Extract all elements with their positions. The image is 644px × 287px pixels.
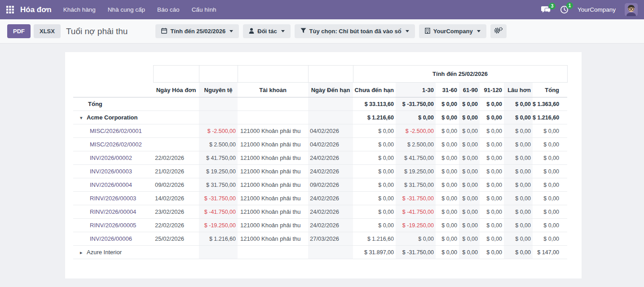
amount-cell: $ 0,00 xyxy=(459,124,480,138)
column-header-row: Ngày Hóa đơnNguyên tệTài khoảnNgày Đến h… xyxy=(73,83,567,97)
amount-cell: $ 0,00 xyxy=(436,192,459,205)
due-date-cell: 27/03/2026 xyxy=(308,232,353,246)
amount-cell: $ 0,00 xyxy=(504,246,533,259)
main-menu: Khách hàngNhà cung cấpBáo cáoCấu hình xyxy=(63,6,216,13)
move-line-row: RINV/2026/0000314/02/2026$ -31.750,00121… xyxy=(73,192,567,205)
amount-cell: $ 0,00 xyxy=(436,246,459,259)
amount-cell: $ 0,00 xyxy=(436,219,459,232)
amount-cell: $ 0,00 xyxy=(480,192,504,205)
filter-bar: Tính đến 25/02/2026 Đối tác Tùy chọn: Ch… xyxy=(155,24,506,38)
journal-entry-link[interactable]: MISC/2026/02/0001 xyxy=(90,128,142,134)
amount-cell: $ 0,00 xyxy=(436,178,459,192)
amount-cell: $ 2.500,00 xyxy=(396,138,436,151)
amount-cell: $ 0,00 xyxy=(480,219,504,232)
amount-cell: $ 1.363,60 xyxy=(533,97,567,111)
due-date-cell: 24/02/2026 xyxy=(308,165,353,178)
partner-name[interactable]: Azure Interior xyxy=(87,249,122,256)
account-cell: 121000 Khoản phải thu xyxy=(238,219,308,232)
app-name[interactable]: Hóa đơn xyxy=(20,5,52,14)
amount-cell: $ 0,00 xyxy=(436,165,459,178)
apps-grid-icon[interactable] xyxy=(6,6,14,13)
column-header-3: Nguyên tệ xyxy=(199,83,238,97)
company-switcher[interactable]: YourCompany xyxy=(578,6,616,13)
export-xlsx-button[interactable]: XLSX xyxy=(34,24,61,38)
extra-options-button[interactable] xyxy=(490,24,507,38)
amount-cell: $ 0,00 xyxy=(480,138,504,151)
caret-right-icon[interactable]: ▸ xyxy=(80,250,84,256)
amount-cell: $ 0,00 xyxy=(480,124,504,138)
move-line-row: INV/2026/0000625/02/2026$ 1.216,60121000… xyxy=(73,232,567,246)
amount-cell: $ 0,00 xyxy=(480,178,504,192)
amount-cell: $ -19.250,00 xyxy=(396,219,436,232)
chevron-down-icon xyxy=(281,30,285,32)
invoice-date-cell xyxy=(153,97,199,111)
export-pdf-button[interactable]: PDF xyxy=(7,24,31,38)
building-icon xyxy=(425,28,430,35)
amount-cell: $ 0,00 xyxy=(459,111,480,124)
nav-item-3[interactable]: Cấu hình xyxy=(192,6,216,13)
amount-cell: $ 0,00 xyxy=(353,192,396,205)
journal-entry-link[interactable]: MISC/2026/02/0002 xyxy=(90,141,142,148)
options-filter-button[interactable]: Tùy chọn: Chỉ bút toán đã vào sổ xyxy=(295,24,415,38)
amount-cell: $ 0,00 xyxy=(504,178,533,192)
activities-badge: 1 xyxy=(566,2,573,9)
nav-item-1[interactable]: Nhà cung cấp xyxy=(108,6,145,13)
amount-cell: $ 0,00 xyxy=(353,124,396,138)
activities-clock-icon[interactable]: 1 xyxy=(560,5,569,14)
partner-name[interactable]: Acme Corporation xyxy=(87,114,137,121)
amount-cell: $ 1.216,60 xyxy=(353,111,396,124)
due-date-cell: 24/02/2026 xyxy=(308,219,353,232)
journal-entry-link[interactable]: INV/2026/00003 xyxy=(90,168,132,175)
user-avatar[interactable] xyxy=(625,3,638,16)
journal-entry-link[interactable]: RINV/2026/00004 xyxy=(90,208,136,215)
amount-cell: $ 0,00 xyxy=(353,205,396,219)
journal-entry-link[interactable]: RINV/2026/00005 xyxy=(90,222,136,229)
amount-cell: $ 0,00 xyxy=(533,138,567,151)
amount-cell: $ 0,00 xyxy=(533,192,567,205)
move-line-row: RINV/2026/0000423/02/2026$ -41.750,00121… xyxy=(73,205,567,219)
top-navbar: Hóa đơn Khách hàngNhà cung cấpBáo cáoCấu… xyxy=(0,0,644,19)
journal-entry-link[interactable]: INV/2026/00002 xyxy=(90,155,132,161)
amount-cell: $ -31.750,00 xyxy=(396,97,436,111)
invoice-date-cell: 21/02/2026 xyxy=(153,165,199,178)
account-cell xyxy=(238,246,308,259)
company-filter-button[interactable]: YourCompany xyxy=(419,24,486,38)
due-date-cell: 24/02/2026 xyxy=(308,192,353,205)
journal-entry-link[interactable]: INV/2026/00004 xyxy=(90,181,132,188)
total-row: Tổng$ 33.113,60$ -31.750,00$ 0,00$ 0,00$… xyxy=(73,97,567,111)
currency-amount-cell: $ -41.750,00 xyxy=(199,205,238,219)
currency-amount-cell: $ -2.500,00 xyxy=(199,124,238,138)
period-header: Tính đến 25/02/2026 xyxy=(353,66,567,83)
nav-item-2[interactable]: Báo cáo xyxy=(157,6,180,13)
amount-cell: $ 0,00 xyxy=(353,151,396,165)
partner-filter-button[interactable]: Đối tác xyxy=(243,24,290,38)
invoice-date-cell xyxy=(153,246,199,259)
amount-cell: $ 0,00 xyxy=(480,232,504,246)
invoice-date-cell: 25/02/2026 xyxy=(153,232,199,246)
systray: 3 1 YourCompany xyxy=(541,3,638,16)
journal-entry-link[interactable]: RINV/2026/00003 xyxy=(90,195,136,202)
amount-cell: $ 0,00 xyxy=(436,138,459,151)
gears-icon xyxy=(494,27,503,35)
amount-cell: $ -41.750,00 xyxy=(396,205,436,219)
journal-entry-link[interactable]: INV/2026/00006 xyxy=(90,235,132,242)
currency-amount-cell xyxy=(199,246,238,259)
amount-cell: $ 0,00 xyxy=(480,205,504,219)
column-header-8: 31-60 xyxy=(436,83,459,97)
amount-cell: $ 0,00 xyxy=(504,111,533,124)
partner-row: ▸Azure Interior$ 31.897,00$ -31.750,00$ … xyxy=(73,246,567,259)
nav-item-0[interactable]: Khách hàng xyxy=(63,6,96,13)
invoice-date-cell xyxy=(153,111,199,124)
currency-amount-cell: $ 41.750,00 xyxy=(199,151,238,165)
amount-cell: $ 0,00 xyxy=(459,138,480,151)
account-cell: 121000 Khoản phải thu xyxy=(238,178,308,192)
move-line-row: INV/2026/0000321/02/2026$ 19.250,0012100… xyxy=(73,165,567,178)
period-header-row: Tính đến 25/02/2026 xyxy=(73,66,567,83)
date-filter-button[interactable]: Tính đến 25/02/2026 xyxy=(155,24,239,38)
control-panel: PDF XLSX Tuổi nợ phải thu Tính đến 25/02… xyxy=(0,19,644,44)
messages-icon[interactable]: 3 xyxy=(541,6,551,14)
amount-cell: $ 0,00 xyxy=(504,138,533,151)
amount-cell: $ -2.500,00 xyxy=(396,124,436,138)
caret-down-icon[interactable]: ▾ xyxy=(80,115,84,121)
amount-cell: $ 0,00 xyxy=(533,232,567,246)
